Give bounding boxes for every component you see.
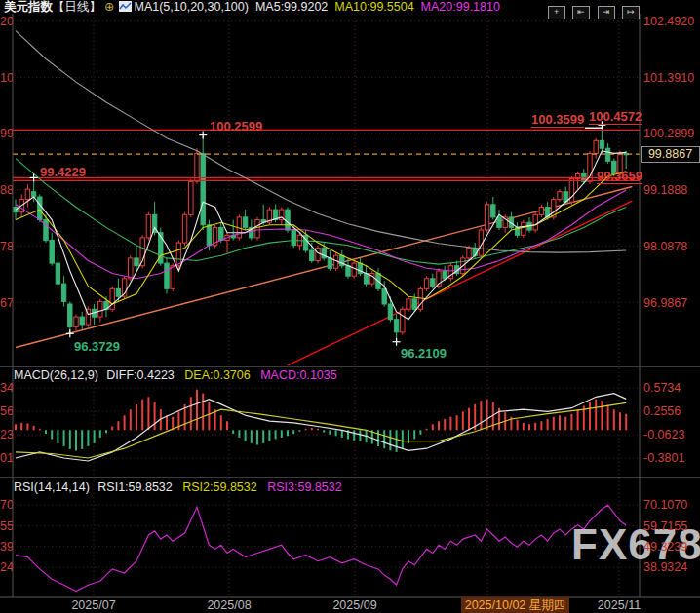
axis-label: 49.3239 (643, 540, 687, 554)
ma30-line (16, 159, 626, 264)
rsi-title: RSI(14,14,14) (14, 480, 90, 494)
period-label: 【日线】 (53, 0, 101, 14)
ma5-value: MA5:99.9202 (249, 0, 328, 14)
axis-label-clipped: 10 (0, 71, 13, 85)
axis-label: 96.9867 (643, 296, 687, 310)
toolbar: + ⇤ ⇥ ↦ (545, 1, 640, 19)
high-price-label: 100.2599 (210, 119, 262, 134)
macd-title: MACD(26,12,9) (14, 368, 98, 382)
ma20-line (16, 190, 626, 279)
rsi-header: RSI(14,14,14) RSI1:59.8532 RSI2:59.8532 … (14, 480, 342, 494)
axis-label: -0.3801 (643, 451, 684, 465)
ma-group-label: MA1(5,10,20,30,100) (134, 0, 248, 14)
axis-label-clipped: 55 (0, 519, 13, 533)
axis-label-clipped: 88 (0, 183, 13, 197)
rsi-line (16, 505, 626, 591)
axis-label-clipped: 56 (0, 404, 13, 418)
ma10-value: MA10:99.5504 (328, 0, 413, 14)
axis-label: 98.0878 (643, 240, 687, 253)
ma-lines (16, 31, 626, 320)
date-axis-label: 2025/11 (588, 598, 650, 612)
pan-left-icon[interactable]: ⇤ (572, 6, 590, 19)
axis-label: 0.5734 (643, 381, 681, 395)
axis-label: 70.1070 (643, 498, 687, 512)
macd-histogram (16, 390, 626, 452)
last-price-box: 99.8867 (641, 146, 700, 163)
date-axis-label: 2025/07 (62, 598, 125, 612)
rsi3-value: RSI3:59.8532 (260, 480, 341, 494)
chart-app: 美元指数【日线】⊕MA1(5,10,20,30,100)MA5:99.9202M… (0, 0, 700, 613)
chart-type-icon[interactable] (119, 1, 132, 12)
axis-label: 0.2556 (643, 404, 681, 418)
pan-right-icon[interactable]: ⇥ (598, 6, 615, 19)
ma20-value: MA20:99.1810 (414, 0, 500, 14)
rsi1-value: RSI1:59.8532 (93, 480, 172, 494)
axis-label-clipped: 20 (0, 15, 13, 28)
axis-label-clipped: 70 (0, 498, 13, 512)
add-indicator-icon[interactable]: ⊕ (101, 0, 117, 14)
axis-label-clipped: 39 (0, 540, 13, 554)
axis-label-clipped: 23 (0, 428, 13, 441)
price-lines[interactable] (13, 130, 640, 180)
low-price-label: 96.3729 (74, 339, 120, 354)
crosshair-icon[interactable]: + (548, 6, 565, 19)
macd-diff-value: DIFF:0.4223 (101, 368, 174, 382)
axis-label-clipped: 99 (0, 127, 13, 140)
axis-label: 38.9324 (643, 560, 687, 574)
axis-label: 101.3910 (643, 71, 694, 85)
ma10-line (16, 172, 626, 304)
ma5-line (16, 151, 626, 320)
macd-dea-value: DEA:0.3706 (177, 368, 250, 382)
axis-label: 100.2899 (643, 127, 694, 140)
axis-label: 102.4920 (643, 15, 694, 28)
collapse-right-icon[interactable]: ↦ (622, 6, 640, 19)
axis-label-clipped: 24 (0, 560, 13, 574)
chart-header: 美元指数【日线】⊕MA1(5,10,20,30,100)MA5:99.9202M… (4, 0, 500, 15)
low-price-label: 96.2109 (401, 346, 447, 361)
axis-label: 99.1888 (643, 183, 687, 197)
axis-label: -0.0623 (643, 428, 684, 441)
date-axis-label: 2025/08 (198, 598, 260, 612)
rsi2-value: RSI2:59.8532 (175, 480, 256, 494)
high-price-label: 100.3599 (531, 112, 584, 128)
axis-label: 59.7155 (643, 519, 687, 533)
macd-value: MACD:0.1035 (253, 368, 337, 382)
axis-label-clipped: 67 (0, 296, 13, 310)
highlighted-date-box: 2025/10/02 星期四 (461, 597, 569, 613)
axis-label-clipped: 34 (0, 381, 13, 395)
symbol-title: 美元指数 (4, 0, 53, 14)
level-price-label: 99.4229 (40, 165, 86, 179)
axis-label-clipped: 78 (0, 240, 13, 253)
level-price-label: 99.3659 (597, 169, 642, 184)
date-axis-label: 2025/09 (324, 598, 386, 612)
macd-header: MACD(26,12,9) DIFF:0.4223 DEA:0.3706 MAC… (14, 368, 337, 382)
high-price-label: 100.4572 (589, 109, 642, 125)
axis-label-clipped: 01 (0, 451, 13, 465)
